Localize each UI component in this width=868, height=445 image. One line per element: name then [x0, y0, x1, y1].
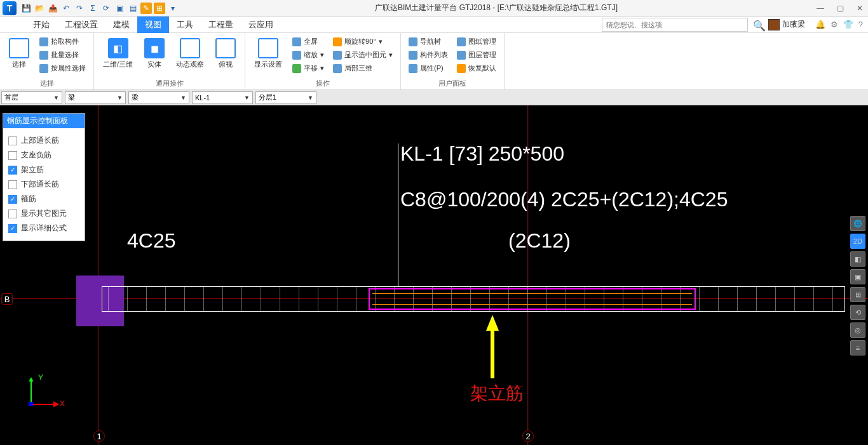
properties-button[interactable]: 属性(P) [406, 62, 451, 74]
check-row[interactable]: ✓显示详细公式 [8, 221, 79, 236]
rt-box-icon[interactable]: ▣ [850, 269, 865, 284]
fullscreen-button[interactable]: 全屏 [290, 36, 327, 48]
search-input[interactable] [602, 18, 748, 32]
solid-button[interactable]: ◼实体 [140, 36, 168, 72]
bell-icon[interactable]: 🔔 [815, 20, 825, 29]
rotate90-button[interactable]: 顺旋转90° ▾ [330, 36, 395, 48]
pan-button[interactable]: 平移 ▾ [290, 62, 327, 74]
check-row[interactable]: ✓架立筋 [8, 163, 79, 177]
check-row[interactable]: 下部通长筋 [8, 177, 79, 192]
rotate-icon [333, 37, 342, 46]
settings-icon[interactable]: ⚙ [831, 20, 838, 29]
user-name: 加腋梁 [782, 19, 805, 30]
pick-component-button[interactable]: 拾取构件 [37, 36, 88, 48]
check-row[interactable]: 上部通长筋 [8, 133, 79, 148]
tab-quantity[interactable]: 工程量 [201, 17, 241, 33]
layer-mgr-button[interactable]: 图层管理 [454, 49, 499, 61]
nav-tree-button[interactable]: 导航树 [406, 36, 451, 48]
tab-project-settings[interactable]: 工程设置 [57, 17, 105, 33]
ribbon-group-common: ◧二维/三维 ◼实体 ◎动态观察 ▣俯视 通用操作 [94, 33, 245, 90]
local-3d-button[interactable]: 局部三维 [330, 62, 395, 74]
category1-selector[interactable]: 梁▼ [65, 91, 126, 104]
tool-highlight-icon[interactable]: ✎ [140, 3, 152, 14]
checkbox[interactable]: ✓ [8, 224, 17, 233]
save-icon[interactable]: 💾 [20, 3, 32, 14]
2d3d-button[interactable]: ◧二维/三维 [99, 36, 137, 72]
open-icon[interactable]: 📂 [34, 3, 45, 14]
check-label: 箍筋 [21, 194, 36, 204]
sum-icon[interactable]: Σ [87, 3, 98, 14]
search-icon[interactable]: 🔍 [753, 20, 763, 30]
layer-selector[interactable]: 分层1▼ [255, 91, 316, 104]
tab-view[interactable]: 视图 [137, 17, 169, 33]
check-label: 架立筋 [21, 164, 44, 175]
top-view-button[interactable]: ▣俯视 [212, 36, 240, 72]
component-list-button[interactable]: 构件列表 [406, 49, 451, 61]
pick-icon [39, 37, 48, 46]
checkbox[interactable] [8, 209, 17, 218]
tab-modeling[interactable]: 建模 [105, 17, 137, 33]
refresh-icon[interactable]: ⟳ [100, 3, 112, 14]
redo-icon[interactable]: ↷ [74, 3, 85, 14]
y-label: Y [38, 373, 43, 382]
rt-2d-icon[interactable]: 2D [850, 234, 865, 249]
tool2-icon[interactable]: ▤ [127, 3, 139, 14]
check-row[interactable]: 支座负筋 [8, 148, 79, 163]
dynamic-button[interactable]: ◎动态观察 [172, 36, 208, 72]
check-row[interactable]: 显示其它图元 [8, 206, 79, 221]
checkbox[interactable] [8, 151, 17, 160]
stirrup-line [222, 286, 223, 312]
export-icon[interactable]: 📤 [47, 3, 58, 14]
tab-start[interactable]: 开始 [25, 17, 57, 33]
check-row[interactable]: ✓箍筋 [8, 192, 79, 206]
checkbox[interactable] [8, 180, 17, 189]
avatar[interactable] [768, 19, 780, 30]
rt-cube-icon[interactable]: ◧ [850, 251, 865, 267]
help-icon[interactable]: ? [858, 20, 863, 29]
tab-cloud[interactable]: 云应用 [241, 17, 281, 33]
stirrup-line [261, 286, 261, 312]
rt-view-icon[interactable]: ◎ [850, 322, 865, 338]
canvas[interactable]: 钢筋显示控制面板 上部通长筋支座负筋✓架立筋下部通长筋✓箍筋显示其它图元✓显示详… [0, 105, 868, 445]
dropdown-arrow-icon: ▼ [117, 95, 123, 101]
category2-selector[interactable]: 梁▼ [128, 91, 189, 104]
x-axis [31, 404, 56, 405]
rt-list-icon[interactable]: ≡ [850, 340, 865, 355]
undo-icon[interactable]: ↶ [60, 3, 72, 14]
rt-wire-icon[interactable]: ⊞ [850, 287, 865, 302]
tool-grid-icon[interactable]: ⊞ [154, 3, 165, 14]
tool1-icon[interactable]: ▣ [114, 3, 125, 14]
restore-default-button[interactable]: 恢复默认 [454, 62, 499, 74]
skin-icon[interactable]: 👕 [843, 20, 853, 29]
app-logo: T [3, 1, 17, 15]
stirrup-line [280, 286, 280, 312]
maximize-button[interactable]: ▢ [834, 4, 846, 13]
select-button[interactable]: ⬚ 选择 [5, 36, 33, 72]
rt-globe-icon[interactable]: 🌐 [850, 216, 865, 231]
rt-rotate-icon[interactable]: ⟲ [850, 305, 865, 320]
axis-label-1: 1 [93, 430, 105, 442]
annotation-label: 架立筋 [470, 382, 524, 406]
zoom-button[interactable]: 缩放 ▾ [290, 49, 327, 61]
stirrup-line [794, 286, 795, 312]
batch-select-button[interactable]: 批量选择 [37, 49, 88, 61]
checkbox[interactable]: ✓ [8, 166, 17, 175]
dropdown-icon[interactable]: ▾ [167, 3, 179, 14]
dropdown-arrow-icon: ▼ [308, 95, 313, 101]
by-attr-select-button[interactable]: 按属性选择 [37, 62, 88, 74]
show-selected-button[interactable]: 显示选中图元 ▾ [330, 49, 395, 61]
stirrup-line [299, 286, 299, 312]
checkbox[interactable]: ✓ [8, 195, 17, 204]
drawing-mgr-button[interactable]: 图纸管理 [454, 36, 499, 48]
display-settings-button[interactable]: ≡显示设置 [250, 36, 286, 72]
tab-tools[interactable]: 工具 [169, 17, 201, 33]
checkbox[interactable] [8, 136, 17, 145]
minimize-button[interactable]: — [814, 4, 827, 13]
stirrup-line [356, 286, 356, 312]
z-origin [29, 402, 33, 406]
floor-selector[interactable]: 首层▼ [1, 91, 62, 104]
check-label: 显示其它图元 [21, 208, 67, 219]
element-selector[interactable]: KL-1▼ [192, 91, 253, 104]
close-button[interactable]: ✕ [854, 4, 865, 13]
window-controls: — ▢ ✕ [814, 4, 865, 13]
